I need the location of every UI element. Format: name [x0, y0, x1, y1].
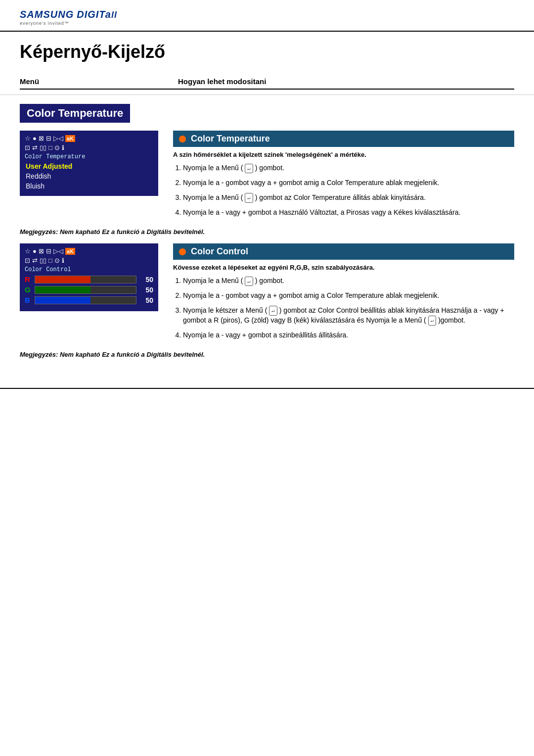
brand-name: SAMSUNG DIGITall [20, 9, 117, 20]
menu-display-1: ☆ ● ⊠ ⊟ ▷◁ aK ⊡ ⇄ ▯▯ □ ⊙ ℹ Color Tempera… [20, 131, 158, 196]
size-icon-2: ▷◁ [53, 247, 63, 255]
menu-item-reddish[interactable]: Reddish [25, 171, 153, 181]
menu-box-2: ☆ ● ⊠ ⊟ ▷◁ aK ⊡ ⇄ ▯▯ □ ⊙ ℹ Color Control [20, 243, 158, 345]
slider-r-label: R [25, 275, 32, 284]
color-icon: aK [65, 135, 75, 142]
brightness-icon-2: ☆ [25, 247, 31, 255]
section-title-bar: Color Temperature [20, 104, 130, 123]
info-icon-2: ℹ [62, 257, 64, 264]
header-dot [179, 136, 186, 142]
clock-icon-2: ⊙ [54, 257, 60, 264]
size-icon: ▷◁ [53, 135, 63, 142]
step-2: Nyomja le a - gombot vagy a + gombot ami… [183, 178, 514, 188]
slider-g-label: G [25, 285, 32, 294]
slider-g-fill [35, 286, 90, 293]
header: SAMSUNG DIGITall everyone's invited™ [0, 0, 534, 32]
settings-icon-2: ⇄ [32, 257, 38, 264]
enter-icon-4: ↵ [269, 306, 277, 315]
cc-step-4: Nyomja le a - vagy + gombot a szinbeálli… [183, 331, 514, 340]
osd-icon: ▯▯ [40, 144, 46, 151]
menu-display-2: ☆ ● ⊠ ⊟ ▷◁ aK ⊡ ⇄ ▯▯ □ ⊙ ℹ Color Control [20, 243, 158, 311]
column-menu-header: Menü [20, 77, 178, 86]
menu-label-1: Color Temperature [25, 153, 153, 160]
color-temperature-header: Color Temperature [173, 131, 514, 147]
menu-icons-row-2: ⊡ ⇄ ▯▯ □ ⊙ ℹ [25, 144, 153, 151]
tagline: everyone's invited™ [20, 21, 69, 26]
slider-g-row: G 50 [25, 285, 153, 294]
clock-icon: ⊙ [54, 144, 60, 151]
color-temperature-section: ☆ ● ⊠ ⊟ ▷◁ aK ⊡ ⇄ ▯▯ □ ⊙ ℹ Color Tempera… [20, 131, 514, 222]
color-control-subtitle: Kövesse ezeket a lépéseket az egyéni R,G… [173, 264, 514, 271]
footer-line [0, 388, 534, 389]
note-1: Megjegyzés: Nem kapható Ez a funkció a D… [20, 228, 514, 236]
slider-r-row: R 50 [25, 275, 153, 284]
color-temperature-steps: Nyomja le a Menű ( ↵ ) gombot. Nyomja le… [173, 163, 514, 217]
enter-icon-5: ↵ [428, 316, 437, 325]
column-how-header: Hogyan lehet modositani [178, 77, 514, 86]
info-icon: ℹ [62, 144, 64, 151]
color-temperature-subtitle: A szin hőmérséklet a kijelzett szinek 'm… [173, 151, 514, 158]
slider-r-value: 50 [139, 276, 153, 284]
color-control-instructions: Color Control Kövesse ezeket a lépéseket… [173, 243, 514, 345]
contrast-icon: ● [33, 135, 37, 142]
column-headers: Menü Hogyan lehet modositani [20, 77, 514, 90]
menu-icons-row-4: ⊡ ⇄ ▯▯ □ ⊙ ℹ [25, 257, 153, 264]
color-control-header-dot [179, 248, 186, 255]
menu-icons-row-3: ☆ ● ⊠ ⊟ ▷◁ aK [25, 247, 153, 255]
position-icon-2: ⊟ [46, 247, 51, 255]
cc-step-2: Nyomja le a - gombot vagy a + gombot ami… [183, 291, 514, 301]
slider-b-track[interactable] [35, 296, 136, 304]
step-4: Nyomja le a - vagy + gombot a Használó V… [183, 208, 514, 218]
enter-icon-3: ↵ [245, 277, 253, 286]
slider-g-track[interactable] [35, 286, 136, 294]
enter-icon-1: ↵ [245, 164, 253, 173]
slider-r-fill [35, 276, 90, 283]
slider-g-value: 50 [139, 286, 153, 294]
monitor-icon: ⊡ [25, 144, 30, 151]
cc-step-3: Nyomja le kétszer a Menű ( ↵ ) gombot az… [183, 306, 514, 326]
image-icon: ⊠ [39, 135, 44, 142]
contrast-icon-2: ● [33, 247, 37, 255]
section-header-title: Color Temperature [191, 134, 270, 144]
color-temperature-instructions: Color Temperature A szin hőmérséklet a k… [173, 131, 514, 222]
slider-b-value: 50 [139, 296, 153, 304]
color-control-section: ☆ ● ⊠ ⊟ ▷◁ aK ⊡ ⇄ ▯▯ □ ⊙ ℹ Color Control [20, 243, 514, 345]
menu-box-1: ☆ ● ⊠ ⊟ ▷◁ aK ⊡ ⇄ ▯▯ □ ⊙ ℹ Color Tempera… [20, 131, 158, 222]
color-control-steps: Nyomja le a Menű ( ↵ ) gombot. Nyomja le… [173, 276, 514, 340]
monitor-icon-2: ⊡ [25, 257, 30, 264]
image-icon-2: ⊠ [39, 247, 44, 255]
color-control-header: Color Control [173, 243, 514, 260]
menu-item-bluish[interactable]: Bluish [25, 181, 153, 191]
slider-r-track[interactable] [35, 276, 136, 284]
samsung-logo: SAMSUNG DIGITall everyone's invited™ [20, 9, 514, 26]
cc-step-1: Nyomja le a Menű ( ↵ ) gombot. [183, 276, 514, 286]
settings-icon: ⇄ [32, 144, 38, 151]
color-icon-2: aK [65, 248, 75, 255]
slider-b-label: B [25, 296, 32, 304]
slider-b-row: B 50 [25, 296, 153, 304]
main-content: Color Temperature ☆ ● ⊠ ⊟ ▷◁ aK ⊡ ⇄ ▯▯ □ [0, 95, 534, 358]
menu-item-user-adjusted[interactable]: User Adjusted [25, 161, 153, 171]
page-title-section: Képernyő-Kijelző Menü Hogyan lehet modos… [0, 32, 534, 95]
color-control-header-title: Color Control [191, 246, 248, 257]
position-icon: ⊟ [46, 135, 51, 142]
brightness-icon: ☆ [25, 135, 31, 142]
language-icon: □ [48, 144, 52, 151]
language-icon-2: □ [48, 257, 52, 264]
enter-icon-2: ↵ [245, 193, 253, 202]
menu-icons-row-1: ☆ ● ⊠ ⊟ ▷◁ aK [25, 135, 153, 142]
menu-label-2: Color Control [25, 266, 153, 273]
note-2: Megjegyzés: Nem kapható Ez a funkció a D… [20, 351, 514, 358]
step-1: Nyomja le a Menű ( ↵ ) gombot. [183, 163, 514, 173]
slider-b-fill [35, 297, 90, 304]
osd-icon-2: ▯▯ [40, 257, 46, 264]
page-title: Képernyő-Kijelző [20, 42, 514, 62]
step-3: Nyomja le a Menű ( ↵ ) gombot az Color T… [183, 193, 514, 203]
